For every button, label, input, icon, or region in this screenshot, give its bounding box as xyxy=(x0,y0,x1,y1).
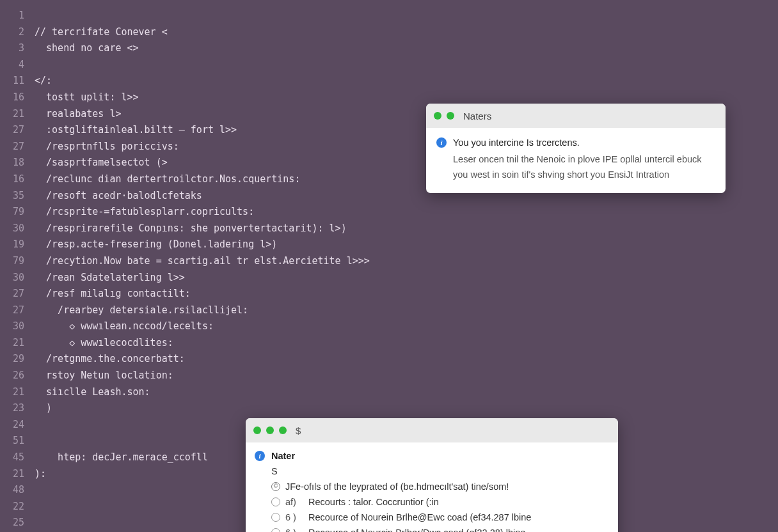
code-line[interactable]: 27 /resf milalıg contactilt: xyxy=(0,286,778,302)
code-text[interactable]: shend no care <> xyxy=(35,40,778,57)
code-text[interactable] xyxy=(35,57,778,74)
bullet-icon xyxy=(271,513,280,522)
line-number: 4 xyxy=(0,57,35,74)
line-number: 11 xyxy=(0,73,35,90)
popup-message-line2: Leser oncen tnil the Nenoic in plove IPE… xyxy=(453,152,715,183)
terminal-line-num: 6 ) xyxy=(285,526,303,532)
code-text[interactable]: </: xyxy=(35,73,778,90)
popup-body: i You you intercine Is trcerctens. Leser… xyxy=(426,128,726,193)
info-icon: i xyxy=(255,451,265,461)
bullet-icon xyxy=(271,497,280,506)
code-text[interactable]: siıclle Leash.son: xyxy=(35,384,778,401)
popup-titlebar[interactable]: Naters xyxy=(426,104,726,128)
code-text[interactable]: ◇ wwwılecocdlites: xyxy=(35,335,778,352)
terminal-prompt-icon: $ xyxy=(296,425,301,436)
line-number: 79 xyxy=(0,204,35,221)
line-number: 26 xyxy=(0,368,35,384)
code-line[interactable]: 30 /resprirarefile Conpıns: she ponverte… xyxy=(0,221,778,237)
bullet-icon: © xyxy=(271,482,280,491)
code-line[interactable]: 30 ◇ wwwılean.nccod/lecelts: xyxy=(0,318,778,335)
popup-message-line1: You you intercine Is trcerctens. xyxy=(453,136,715,151)
popup-title: Naters xyxy=(463,111,491,121)
code-line[interactable]: 11</: xyxy=(0,73,778,90)
traffic-light-green-icon[interactable] xyxy=(253,426,261,434)
line-number: 16 xyxy=(0,171,35,188)
code-line[interactable]: 4 xyxy=(0,57,778,74)
line-number: 21 xyxy=(0,106,35,123)
code-text[interactable]: ) xyxy=(35,400,778,417)
line-number: 2 xyxy=(0,24,35,41)
info-icon: i xyxy=(436,137,447,148)
code-text[interactable]: // tercrifate Conever < xyxy=(35,24,778,41)
code-line[interactable]: 19 /resp.acte-fresering (Donel.ladering … xyxy=(0,237,778,253)
terminal-line-text: Recource of Nourein Brlhe@Ewc coad (ef34… xyxy=(308,510,531,526)
code-text[interactable]: /rearbey detersiale.rsilacllijel: xyxy=(35,302,778,319)
traffic-light-green-icon[interactable] xyxy=(434,112,441,120)
terminal-line-text: Recource of Nourcin Brlber/Dwc coad (ef3… xyxy=(308,526,525,532)
terminal-line: 6 )Recource of Nourein Brlhe@Ewc coad (e… xyxy=(271,510,531,526)
code-text[interactable]: /resf milalıg contactilt: xyxy=(35,286,778,302)
line-number: 23 xyxy=(0,400,35,417)
code-text[interactable]: /retgnme.the.concerbatt: xyxy=(35,351,778,368)
code-line[interactable]: 29 /retgnme.the.concerbatt: xyxy=(0,351,778,368)
code-text[interactable]: /resp.acte-fresering (Donel.ladering l>) xyxy=(35,237,778,253)
code-line[interactable]: 23 ) xyxy=(0,400,778,417)
line-number: 45 xyxy=(0,450,35,466)
code-line[interactable]: 1 xyxy=(0,8,778,24)
line-number: 29 xyxy=(0,351,35,368)
terminal-line: ©JFe-ofıls of the leyprated of (be.hdmec… xyxy=(271,480,531,495)
terminal-heading: Nater xyxy=(271,449,531,464)
line-number: 18 xyxy=(0,155,35,171)
line-number: 30 xyxy=(0,221,35,237)
code-line[interactable]: 79 /recytion.Now bate = scartig.ail tr e… xyxy=(0,253,778,270)
terminal-line: 6 )Recource of Nourcin Brlber/Dwc coad (… xyxy=(271,526,531,532)
line-number: 27 xyxy=(0,286,35,302)
line-number: 35 xyxy=(0,188,35,205)
line-number: 30 xyxy=(0,318,35,335)
code-line[interactable]: 3 shend no care <> xyxy=(0,40,778,57)
traffic-light-green-icon[interactable] xyxy=(279,426,287,434)
line-number: 1 xyxy=(0,8,35,24)
line-number: 51 xyxy=(0,433,35,450)
line-number: 22 xyxy=(0,499,35,515)
code-line[interactable]: 27 /rearbey detersiale.rsilacllijel: xyxy=(0,302,778,319)
terminal-popup: $ i Nater S ©JFe-ofıls of the leyprated … xyxy=(246,418,618,532)
line-number: 25 xyxy=(0,515,35,531)
terminal-line-num: af) xyxy=(285,495,303,510)
line-number: 27 xyxy=(0,302,35,319)
terminal-line: af)Recourts : talor. Coccruntior (:in xyxy=(271,495,531,510)
terminal-titlebar[interactable]: $ xyxy=(246,418,618,442)
line-number: 21 xyxy=(0,335,35,352)
code-line[interactable]: 21 ◇ wwwılecocdlites: xyxy=(0,335,778,352)
code-text[interactable]: ◇ wwwılean.nccod/lecelts: xyxy=(35,318,778,335)
terminal-sub: S xyxy=(271,464,531,480)
terminal-line-num: 6 ) xyxy=(285,510,303,526)
line-number: 48 xyxy=(0,482,35,499)
terminal-line-text: JFe-ofıls of the leyprated of (be.hdmecı… xyxy=(285,480,509,495)
bullet-icon xyxy=(271,528,280,532)
code-line[interactable]: 21 siıclle Leash.son: xyxy=(0,384,778,401)
code-line[interactable]: 26 rstoy Netun loclation: xyxy=(0,368,778,384)
line-number: 30 xyxy=(0,270,35,286)
traffic-light-green-icon[interactable] xyxy=(447,112,454,120)
code-text[interactable]: /rean Sdatelaterling l>> xyxy=(35,270,778,286)
code-text[interactable]: rstoy Netun loclation: xyxy=(35,368,778,384)
line-number: 19 xyxy=(0,237,35,253)
code-line[interactable]: 79 /rcsprite-=fatublesplarr.copricults: xyxy=(0,204,778,221)
code-line[interactable]: 2// tercrifate Conever < xyxy=(0,24,778,41)
code-line[interactable]: 30 /rean Sdatelaterling l>> xyxy=(0,270,778,286)
line-number: 24 xyxy=(0,417,35,434)
line-number: 3 xyxy=(0,40,35,57)
line-number: 27 xyxy=(0,122,35,139)
code-text[interactable]: /resprirarefile Conpıns: she ponverterta… xyxy=(35,221,778,237)
code-text[interactable]: /rcsprite-=fatublesplarr.copricults: xyxy=(35,204,778,221)
line-number: 79 xyxy=(0,253,35,270)
line-number: 21 xyxy=(0,466,35,483)
code-text[interactable]: /recytion.Now bate = scartig.ail tr elst… xyxy=(35,253,778,270)
line-number: 27 xyxy=(0,139,35,155)
terminal-line-text: Recourts : talor. Coccruntior (:in xyxy=(308,495,439,510)
traffic-light-green-icon[interactable] xyxy=(266,426,274,434)
code-text[interactable] xyxy=(35,8,778,24)
line-number: 16 xyxy=(0,90,35,106)
line-number: 21 xyxy=(0,384,35,401)
